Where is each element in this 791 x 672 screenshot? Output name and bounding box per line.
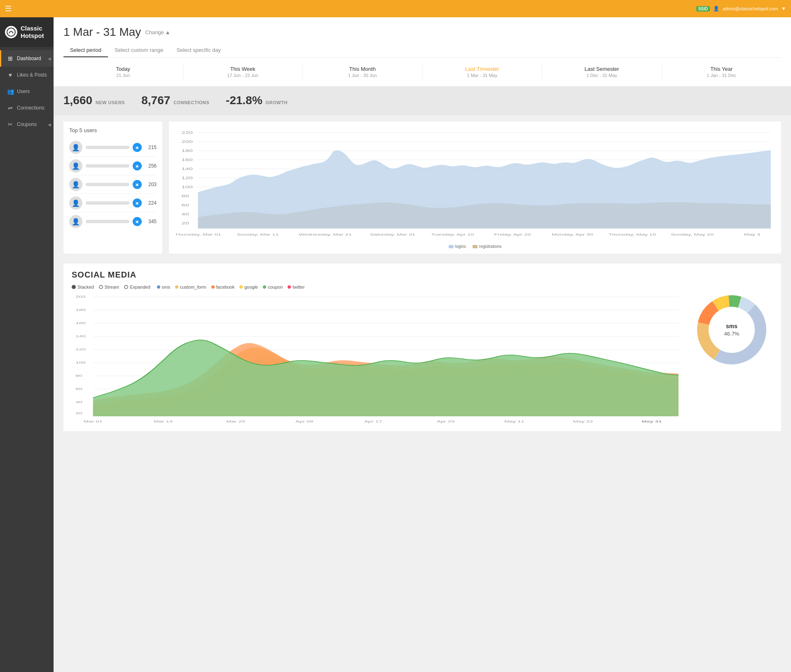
svg-text:Friday, Apr 20: Friday, Apr 20 (494, 233, 531, 236)
social-chart-svg: 202 180 160 140 120 100 80 60 40 20 (72, 293, 682, 425)
main-chart-legend: logins registrations (176, 244, 775, 249)
hamburger-menu[interactable]: ☰ (5, 4, 12, 13)
user-name-placeholder (86, 220, 129, 223)
top-nav-right: SSID 👤 admin@classichotspot.com ▼ (696, 6, 786, 12)
svg-text:80: 80 (182, 194, 189, 198)
period-today[interactable]: Today 21 Jun (63, 64, 183, 79)
svg-text:Apr 29: Apr 29 (437, 420, 455, 423)
svg-text:220: 220 (182, 131, 193, 135)
period-last-semester[interactable]: Last Semester 1 Dec - 31 May (542, 64, 662, 79)
radio-stacked[interactable]: Stacked (72, 285, 94, 289)
sidebar: Classic Hotspot ⊞ Dashboard ◀ ♥ Likes & … (0, 17, 54, 672)
svg-text:180: 180 (182, 149, 193, 153)
sidebar-item-users[interactable]: 👥 Users (0, 83, 54, 100)
sidebar-item-coupons[interactable]: ✂ Coupons ◀ (0, 116, 54, 133)
svg-text:Mar 14: Mar 14 (154, 420, 173, 423)
coupons-icon: ✂ (7, 121, 14, 128)
users-icon: 👥 (7, 88, 14, 95)
legend-registrations: registrations (473, 244, 501, 249)
sidebar-item-connections[interactable]: ⇌ Connections (0, 100, 54, 116)
stats-bar: 1,660 NEW USERS 8,767 CONNECTIONS -21.8%… (54, 86, 791, 115)
logo-icon (5, 26, 17, 38)
sidebar-logo: Classic Hotspot (0, 17, 54, 47)
likes-icon: ♥ (7, 72, 14, 78)
donut-value: 46.7% (724, 331, 740, 337)
user-badge: ▣ (133, 217, 142, 226)
top-users-card: Top 5 users 👤 ▣ 215 👤 ▣ 256 👤 (63, 121, 162, 254)
svg-text:May 31: May 31 (641, 420, 662, 423)
sidebar-item-dashboard[interactable]: ⊞ Dashboard ◀ (0, 50, 54, 67)
svg-text:20: 20 (182, 221, 189, 225)
donut-chart-area: sms 46.7% (690, 293, 773, 367)
period-this-week[interactable]: This Week 17 Jun - 23 Jun (183, 64, 303, 79)
dropdown-icon[interactable]: ▼ (781, 6, 786, 12)
change-button[interactable]: Change ▲ (145, 29, 170, 35)
user-badge: ▣ (133, 180, 142, 189)
svg-point-0 (7, 28, 15, 36)
social-legend: sms custom_form facebook google (157, 285, 305, 289)
logins-legend-color (449, 245, 454, 248)
svg-text:Apr 17: Apr 17 (364, 420, 382, 423)
radio-stream-dot (99, 285, 103, 289)
ssid-badge: SSID (696, 6, 710, 12)
stat-new-users: 1,660 NEW USERS (63, 94, 125, 107)
user-name-placeholder (86, 164, 129, 168)
user-icon: 👤 (713, 6, 719, 12)
stat-connections: 8,767 CONNECTIONS (141, 94, 209, 107)
top-section: Top 5 users 👤 ▣ 215 👤 ▣ 256 👤 (63, 121, 781, 254)
svg-text:100: 100 (75, 361, 86, 364)
user-name-placeholder (86, 146, 129, 149)
avatar: 👤 (69, 215, 82, 228)
social-chart-area: 202 180 160 140 120 100 80 60 40 20 (72, 293, 682, 425)
radio-expanded-dot (124, 285, 128, 289)
twitter-dot (288, 285, 291, 289)
user-row: 👤 ▣ 203 (69, 175, 157, 194)
svg-text:180: 180 (75, 308, 86, 312)
svg-text:100: 100 (182, 185, 193, 189)
change-icon: ▲ (165, 29, 171, 35)
tab-custom-range[interactable]: Select custom range (108, 44, 170, 57)
user-row: 👤 ▣ 215 (69, 138, 157, 157)
user-name-placeholder (86, 183, 129, 186)
svg-text:120: 120 (182, 176, 193, 180)
social-bottom: 202 180 160 140 120 100 80 60 40 20 (72, 293, 773, 425)
radio-expanded[interactable]: Expanded (124, 285, 150, 289)
sms-dot (157, 285, 160, 289)
svg-text:160: 160 (75, 321, 86, 325)
svg-text:140: 140 (75, 334, 86, 338)
svg-text:Thursday, Mar 01: Thursday, Mar 01 (176, 233, 221, 236)
content-area: 1 Mar - 31 May Change ▲ Select period Se… (54, 17, 791, 672)
legend-coupon: coupon (263, 285, 283, 289)
svg-text:Mar 25: Mar 25 (226, 420, 246, 423)
legend-twitter: twitter (288, 285, 304, 289)
tab-select-period[interactable]: Select period (63, 44, 108, 57)
period-this-year[interactable]: This Year 1 Jan - 31 Dec (662, 64, 782, 79)
svg-text:Tuesday, Apr 10: Tuesday, Apr 10 (431, 233, 474, 236)
radio-stream[interactable]: Stream (99, 285, 119, 289)
period-this-month[interactable]: This Month 1 Jun - 30 Jun (303, 64, 423, 79)
user-badge: ▣ (133, 161, 142, 170)
svg-text:May 11: May 11 (504, 420, 524, 423)
facebook-dot (211, 285, 215, 289)
user-badge: ▣ (133, 143, 142, 152)
sidebar-item-likes-posts[interactable]: ♥ Likes & Posts (0, 67, 54, 83)
tab-specific-day[interactable]: Select specific day (170, 44, 227, 57)
svg-text:80: 80 (75, 374, 82, 378)
period-options: Today 21 Jun This Week 17 Jun - 23 Jun T… (54, 58, 791, 86)
legend-custom-form: custom_form (175, 285, 206, 289)
period-tabs: Select period Select custom range Select… (63, 44, 781, 58)
svg-text:Saturday, Mar 31: Saturday, Mar 31 (370, 233, 415, 236)
date-range-title: 1 Mar - 31 May (63, 26, 141, 39)
dashboard-content: Top 5 users 👤 ▣ 215 👤 ▣ 256 👤 (54, 115, 791, 438)
svg-text:Thursday, May 10: Thursday, May 10 (608, 233, 656, 236)
user-row: 👤 ▣ 345 (69, 212, 157, 231)
period-last-trimester[interactable]: Last Trimester 1 Mar - 31 May (423, 64, 543, 79)
coupons-collapse-icon[interactable]: ◀ (48, 122, 51, 127)
social-controls: Stacked Stream Expanded (72, 285, 773, 289)
svg-text:20: 20 (75, 411, 82, 415)
legend-sms: sms (157, 285, 170, 289)
dashboard-collapse-icon[interactable]: ◀ (48, 56, 51, 61)
avatar: 👤 (69, 178, 82, 191)
svg-text:Sunday, May 20: Sunday, May 20 (671, 233, 714, 236)
radio-stacked-dot (72, 285, 76, 289)
